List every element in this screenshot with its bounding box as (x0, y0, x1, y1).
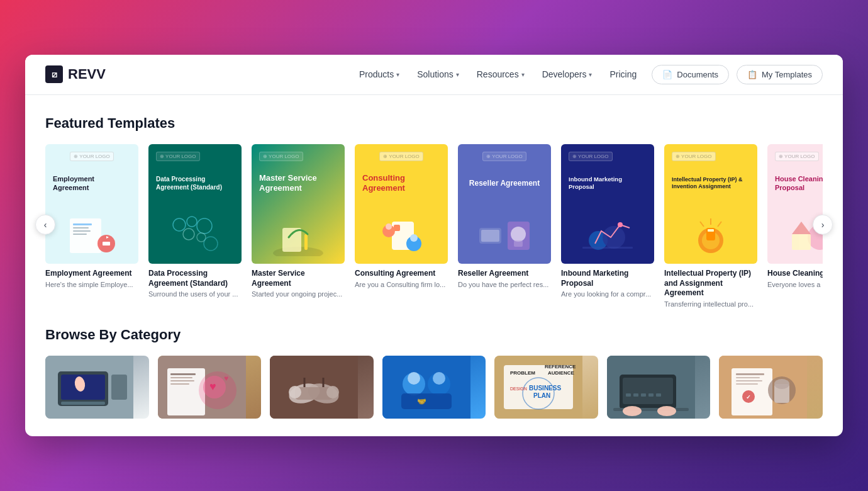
category-image-1 (45, 356, 149, 419)
svg-line-38 (718, 222, 721, 227)
card-thumb-inbound: ⊕ YOUR LOGO Inbound Marketing Proposal (561, 144, 654, 264)
svg-point-30 (618, 222, 623, 227)
template-card-msa[interactable]: ⊕ YOUR LOGO Master Service Agreement Mas… (252, 144, 345, 309)
template-card-consulting[interactable]: ⊕ YOUR LOGO Consulting Agreement (355, 144, 448, 309)
nav-buttons: 📄 Documents 📋 My Templates (652, 65, 823, 84)
svg-rect-3 (73, 230, 91, 232)
nav-item-solutions[interactable]: Solutions ▾ (417, 69, 459, 79)
template-card-employment[interactable]: ⊕ YOUR LOGO Employment Agreement (45, 144, 138, 309)
card-heading: House Cleaning Proposal (775, 174, 823, 193)
svg-rect-101 (736, 377, 760, 378)
svg-point-13 (204, 237, 218, 251)
card-heading: Employment Agreement (53, 174, 131, 193)
svg-rect-100 (736, 373, 764, 375)
card-name: House Cleaning Proposal (767, 269, 823, 279)
card-illustration (672, 206, 750, 256)
svg-rect-55 (170, 373, 196, 375)
svg-text:♥: ♥ (209, 380, 216, 393)
category-card-7[interactable]: ✓ (719, 356, 823, 419)
category-card-5[interactable]: PROBLEM REFERENCE AUDIENCE BUSINESS PLAN… (494, 356, 598, 419)
svg-point-29 (603, 226, 625, 249)
content-area: Featured Templates ‹ ⊕ YOUR LOGO Employm… (25, 95, 843, 309)
nav-link-developers[interactable]: Developers ▾ (542, 69, 593, 79)
nav-link-resources[interactable]: Resources ▾ (477, 69, 525, 79)
nav-item-products[interactable]: Products ▾ (359, 69, 399, 79)
card-desc: Do you have the perfect res... (458, 280, 551, 290)
svg-rect-50 (61, 402, 105, 405)
card-desc: Surround the users of your ... (148, 290, 242, 299)
svg-line-37 (700, 222, 704, 227)
category-image-6 (607, 356, 711, 419)
nav-link-solutions[interactable]: Solutions ▾ (417, 69, 459, 79)
svg-point-11 (183, 229, 194, 240)
svg-rect-56 (170, 377, 192, 378)
svg-rect-58 (170, 383, 189, 385)
nav-item-resources[interactable]: Resources ▾ (477, 69, 525, 79)
svg-rect-15 (282, 228, 301, 252)
category-card-4[interactable]: 🤝 (382, 356, 486, 419)
card-thumb-houseclean: ⊕ YOUR LOGO House Cleaning Proposal (767, 144, 823, 264)
chevron-down-icon: ▾ (456, 71, 459, 78)
nav-link-products[interactable]: Products ▾ (359, 69, 399, 79)
carousel-prev-button[interactable]: ‹ (35, 215, 55, 235)
nav-item-developers[interactable]: Developers ▾ (542, 69, 593, 79)
svg-text:AUDIENCE: AUDIENCE (548, 370, 574, 376)
card-desc: Transferring intellectual pro... (664, 300, 757, 309)
category-card-2[interactable]: ♥ ♥ (158, 356, 262, 419)
category-image-2: ♥ ♥ (158, 356, 262, 419)
card-name: Consulting Agreement (355, 269, 448, 279)
card-heading: Master Service Agreement (259, 173, 337, 195)
svg-point-96 (623, 406, 642, 416)
template-card-dataproc[interactable]: ⊕ YOUR LOGO Data Processing Agreement (S… (148, 144, 242, 309)
card-illustration (259, 206, 337, 256)
browse-section: Browse By Category (25, 309, 843, 436)
my-templates-button[interactable]: 📋 My Templates (737, 65, 823, 84)
card-logo: ⊕ YOUR LOGO (569, 152, 613, 161)
svg-rect-93 (641, 393, 646, 397)
svg-point-10 (197, 218, 212, 234)
svg-rect-102 (736, 380, 762, 381)
svg-point-97 (657, 406, 676, 416)
category-image-5: PROBLEM REFERENCE AUDIENCE BUSINESS PLAN… (494, 356, 598, 419)
template-card-reseller[interactable]: ⊕ YOUR LOGO Reseller Agreement (458, 144, 551, 309)
template-card-inbound[interactable]: ⊕ YOUR LOGO Inbound Marketing Proposal (561, 144, 654, 309)
card-desc: Are you a Consulting firm lo... (355, 280, 448, 290)
card-illustration (362, 206, 440, 256)
card-logo: ⊕ YOUR LOGO (379, 152, 423, 161)
card-desc: Are you looking for a compr... (561, 290, 654, 299)
category-card-6[interactable] (607, 356, 711, 419)
svg-rect-6 (103, 242, 110, 246)
svg-text:✓: ✓ (746, 394, 751, 400)
logo[interactable]: ⧄ REVV (45, 65, 106, 83)
card-thumb-msa: ⊕ YOUR LOGO Master Service Agreement (252, 144, 345, 264)
svg-marker-41 (792, 222, 811, 234)
svg-text:🤝: 🤝 (417, 397, 426, 406)
svg-text:PROBLEM: PROBLEM (510, 370, 535, 376)
nav-item-pricing[interactable]: Pricing (609, 69, 637, 79)
chevron-down-icon: ▾ (521, 71, 525, 78)
card-name: Intellectual Property (IP) and Assignmen… (664, 269, 757, 298)
nav-link-pricing[interactable]: Pricing (609, 69, 637, 79)
card-illustration (53, 206, 131, 256)
card-name: Employment Agreement (45, 269, 138, 279)
svg-rect-57 (170, 380, 194, 381)
card-desc: Here's the simple Employe... (45, 280, 138, 290)
template-card-ip[interactable]: ⊕ YOUR LOGO Intellectual Property (IP) &… (664, 144, 757, 309)
card-heading: Inbound Marketing Proposal (569, 176, 647, 191)
carousel-next-button[interactable]: › (813, 215, 833, 235)
category-card-3[interactable] (270, 356, 374, 419)
svg-point-26 (511, 227, 526, 242)
card-logo: ⊕ YOUR LOGO (259, 152, 303, 161)
category-image-4: 🤝 (382, 356, 486, 419)
svg-point-8 (173, 218, 186, 231)
card-thumb-ip: ⊕ YOUR LOGO Intellectual Property (IP) &… (664, 144, 757, 264)
document-icon: 📄 (662, 70, 672, 79)
svg-rect-91 (626, 393, 631, 397)
documents-button[interactable]: 📄 Documents (652, 65, 729, 84)
featured-title: Featured Templates (45, 115, 823, 132)
svg-point-20 (386, 223, 392, 230)
card-thumb-consulting: ⊕ YOUR LOGO Consulting Agreement (355, 144, 448, 264)
svg-point-9 (187, 217, 197, 227)
category-card-1[interactable] (45, 356, 149, 419)
card-heading: Data Processing Agreement (Standard) (156, 175, 234, 191)
